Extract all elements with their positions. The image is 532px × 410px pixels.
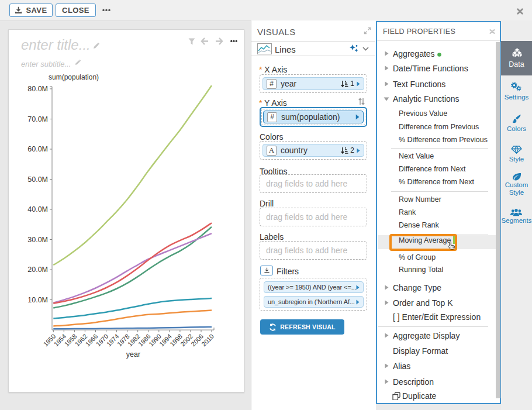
svg-text:year: year — [126, 350, 140, 359]
svg-text:20.0M: 20.0M — [27, 266, 48, 274]
svg-text:sum(population): sum(population) — [49, 73, 99, 81]
svg-text:60.0M: 60.0M — [27, 145, 48, 153]
svg-text:10.0M: 10.0M — [27, 296, 48, 304]
svg-text:40.0M: 40.0M — [27, 205, 48, 213]
svg-text:80.0M: 80.0M — [27, 85, 48, 93]
svg-text:30.0M: 30.0M — [27, 236, 48, 244]
svg-text:2010: 2010 — [200, 333, 215, 348]
svg-text:70.0M: 70.0M — [27, 115, 48, 123]
svg-text:50.0M: 50.0M — [27, 175, 48, 184]
